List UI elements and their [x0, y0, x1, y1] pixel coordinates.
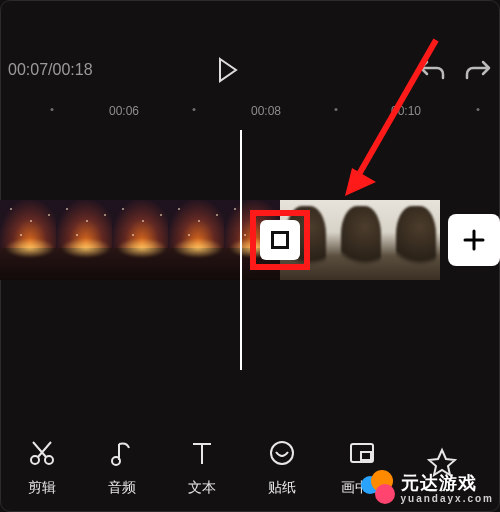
redo-icon[interactable]: [464, 58, 492, 82]
tool-text[interactable]: 文本: [162, 437, 242, 497]
sticker-icon: [267, 438, 297, 468]
music-note-icon: [107, 438, 137, 468]
tool-label: 音频: [108, 479, 136, 497]
tool-audio[interactable]: 音频: [82, 437, 162, 497]
play-button[interactable]: [213, 55, 243, 85]
ruler-tick: 00:06: [109, 104, 139, 118]
timeline[interactable]: [0, 130, 500, 370]
preview-region-placeholder: [0, 0, 500, 40]
ruler-dot: [193, 108, 196, 111]
playhead[interactable]: [240, 130, 242, 370]
playback-time: 00:07/00:18: [8, 61, 93, 79]
undo-redo-group: [418, 58, 492, 82]
time-ruler[interactable]: 00:06 00:08 00:10: [0, 100, 500, 124]
clip-1[interactable]: [0, 200, 280, 280]
watermark-domain: yuandayx.com: [401, 493, 494, 504]
play-icon: [217, 57, 239, 83]
tool-cut[interactable]: 剪辑: [2, 437, 82, 497]
transition-icon: [271, 231, 289, 249]
transition-button[interactable]: [260, 220, 300, 260]
plus-icon: [462, 228, 486, 252]
ruler-dot: [335, 108, 338, 111]
svg-rect-7: [361, 452, 371, 460]
watermark-logo-icon: [361, 470, 395, 504]
svg-point-5: [271, 442, 293, 464]
scissors-icon: [27, 438, 57, 468]
ruler-tick: 00:08: [251, 104, 281, 118]
tool-label: 贴纸: [268, 479, 296, 497]
tool-label: 文本: [188, 479, 216, 497]
text-icon: [187, 438, 217, 468]
ruler-dot: [51, 108, 54, 111]
ruler-dot: [477, 108, 480, 111]
svg-point-2: [31, 456, 39, 464]
watermark-brand: 元达游戏: [401, 473, 477, 493]
video-track[interactable]: [0, 200, 500, 280]
add-clip-button[interactable]: [448, 214, 500, 266]
transport-bar: 00:07/00:18: [0, 40, 500, 100]
watermark: 元达游戏 yuandayx.com: [361, 470, 494, 504]
pip-icon: [347, 438, 377, 468]
ruler-tick: 00:10: [391, 104, 421, 118]
editor-screen: 00:07/00:18 00:06 00:08 00:10: [0, 0, 500, 512]
undo-icon[interactable]: [418, 58, 446, 82]
svg-point-3: [45, 456, 53, 464]
svg-point-4: [112, 457, 120, 465]
tool-label: 剪辑: [28, 479, 56, 497]
tool-sticker[interactable]: 贴纸: [242, 437, 322, 497]
